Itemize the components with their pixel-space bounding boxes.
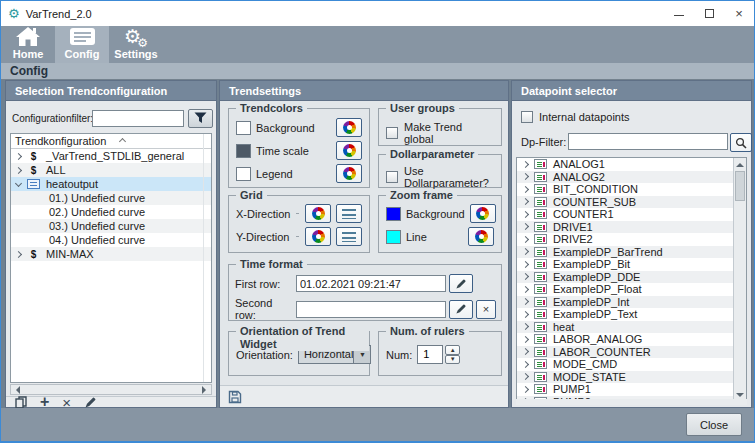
chevron-right-icon[interactable]	[522, 211, 529, 218]
chevron-right-icon[interactable]	[522, 311, 529, 318]
num-rulers-value[interactable]: 1	[417, 345, 443, 364]
chevron-right-icon[interactable]	[522, 361, 529, 368]
chevron-right-icon[interactable]	[522, 186, 529, 193]
datapoint-item-analog2[interactable]: ANALOG2	[517, 171, 733, 184]
chevron-right-icon[interactable]	[15, 166, 22, 173]
zoom-background-color-picker-button[interactable]	[470, 204, 496, 223]
close-button[interactable]: Close	[686, 413, 742, 436]
second-row-format-input[interactable]	[296, 301, 446, 318]
scroll-right-icon[interactable]	[202, 386, 210, 394]
datapoint-item-drive2[interactable]: DRIVE2	[517, 233, 733, 246]
chevron-right-icon[interactable]	[522, 336, 529, 343]
scroll-up-icon[interactable]	[734, 158, 746, 170]
chevron-right-icon[interactable]	[522, 198, 529, 205]
datapoint-label: DRIVE1	[553, 221, 593, 233]
chevron-right-icon[interactable]	[15, 250, 22, 257]
edit-button[interactable]	[84, 396, 97, 409]
internal-datapoints-checkbox[interactable]	[521, 111, 533, 123]
second-row-clear-button[interactable]: ×	[476, 300, 496, 319]
datapoint-item-counter1[interactable]: COUNTER1	[517, 208, 733, 221]
tree-item-vartrend-stdlib-general[interactable]: $_VarTrend_STDLIB_general	[11, 149, 211, 163]
chevron-right-icon[interactable]	[522, 173, 529, 180]
datapoint-label: DRIVE2	[553, 233, 593, 245]
save-button[interactable]	[228, 390, 242, 404]
spin-up-icon[interactable]: ▲	[445, 345, 460, 355]
datapoint-item-exampledp-text[interactable]: ExampleDP_Text	[517, 308, 733, 321]
timescale-color-picker-button[interactable]	[336, 141, 362, 160]
copy-button[interactable]	[15, 396, 27, 409]
tree-item-02-undefied-curve[interactable]: 02.) Undefied curve	[11, 205, 211, 219]
section-header: Config	[1, 63, 754, 80]
x-grid-color-picker-button[interactable]	[305, 204, 331, 223]
chevron-right-icon[interactable]	[522, 323, 529, 330]
legend-color-picker-button[interactable]	[336, 164, 362, 183]
y-grid-linestyle-button[interactable]	[336, 227, 362, 246]
tree-item-03-undefied-curve[interactable]: 03.) Undefied curve	[11, 219, 211, 233]
make-trend-global-checkbox[interactable]	[386, 127, 398, 139]
chevron-down-icon[interactable]	[15, 179, 22, 186]
datapoint-item-mode-cmd[interactable]: MODE_CMD	[517, 358, 733, 371]
maximize-button[interactable]	[694, 1, 724, 26]
second-row-edit-button[interactable]	[449, 300, 473, 319]
datapoint-item-labor-counter[interactable]: LABOR_COUNTER	[517, 346, 733, 359]
zoom-line-color-picker-button[interactable]	[468, 227, 494, 246]
scrollbar-thumb[interactable]	[735, 171, 745, 201]
datapoint-list-scrollbar[interactable]	[733, 158, 746, 401]
datapoint-type-icon	[534, 159, 547, 169]
datapoint-item-pump1[interactable]: PUMP1	[517, 383, 733, 396]
tree-column-header[interactable]: Trendkonfiguration	[11, 134, 211, 149]
datapoint-item-exampledp-bit[interactable]: ExampleDP_Bit	[517, 258, 733, 271]
chevron-right-icon[interactable]	[522, 161, 529, 168]
curve-label: 01.) Undefied curve	[49, 192, 145, 204]
datapoint-item-mode-state[interactable]: MODE_STATE	[517, 371, 733, 384]
configuration-filter-input[interactable]	[92, 110, 184, 127]
y-grid-color-picker-button[interactable]	[305, 227, 331, 246]
filter-button[interactable]	[188, 109, 213, 128]
chevron-right-icon[interactable]	[522, 273, 529, 280]
datapoint-item-exampledp-float[interactable]: ExampleDP_Float	[517, 283, 733, 296]
chevron-right-icon[interactable]	[522, 386, 529, 393]
datapoint-item-labor-analog[interactable]: LABOR_ANALOG	[517, 333, 733, 346]
use-dollarparameter-checkbox[interactable]	[386, 171, 398, 183]
chevron-right-icon[interactable]	[522, 261, 529, 268]
datapoint-item-exampledp-dde[interactable]: ExampleDP_DDE	[517, 271, 733, 284]
tree-item-all[interactable]: $ALL	[11, 163, 211, 177]
datapoint-item-drive1[interactable]: DRIVE1	[517, 221, 733, 234]
tree-item-min-max[interactable]: $MIN-MAX	[11, 247, 211, 261]
first-row-format-input[interactable]	[296, 275, 446, 292]
first-row-edit-button[interactable]	[449, 274, 473, 293]
pencil-icon	[455, 303, 467, 315]
datapoint-item-heat[interactable]: heat	[517, 321, 733, 334]
datapoint-type-icon	[534, 272, 547, 282]
x-grid-linestyle-button[interactable]	[336, 204, 362, 223]
chevron-right-icon[interactable]	[522, 298, 529, 305]
datapoint-item-bit-condition[interactable]: BIT_CONDITION	[517, 183, 733, 196]
scroll-left-icon[interactable]	[12, 386, 20, 394]
datapoint-item-exampledp-bartrend[interactable]: ExampleDP_BarTrend	[517, 246, 733, 259]
chevron-right-icon[interactable]	[522, 223, 529, 230]
tree-item-01-undefied-curve[interactable]: 01.) Undefied curve	[11, 191, 211, 205]
minimize-button[interactable]	[664, 1, 694, 26]
datapoint-list[interactable]: ANALOG1ANALOG2BIT_CONDITIONCOUNTER_SUBCO…	[516, 157, 747, 402]
dp-filter-search-button[interactable]	[730, 133, 752, 152]
datapoint-item-counter-sub[interactable]: COUNTER_SUB	[517, 196, 733, 209]
window-controls: ×	[664, 1, 754, 26]
nav-settings-button[interactable]: ⚙⚙ Settings	[109, 26, 163, 63]
background-color-picker-button[interactable]	[336, 118, 362, 137]
chevron-right-icon[interactable]	[522, 373, 529, 380]
nav-home-button[interactable]: Home	[1, 26, 55, 63]
trendconfig-tree[interactable]: Trendkonfiguration $_VarTrend_STDLIB_gen…	[10, 133, 212, 383]
tree-item-04-undefied-curve[interactable]: 04.) Undefied curve	[11, 233, 211, 247]
datapoint-item-analog1[interactable]: ANALOG1	[517, 158, 733, 171]
chevron-right-icon[interactable]	[522, 286, 529, 293]
chevron-right-icon[interactable]	[522, 348, 529, 355]
tree-item-heatoutput[interactable]: heatoutput	[11, 177, 211, 191]
chevron-right-icon[interactable]	[522, 248, 529, 255]
chevron-right-icon[interactable]	[522, 236, 529, 243]
spin-down-icon[interactable]: ▼	[445, 355, 460, 365]
datapoint-item-exampledp-int[interactable]: ExampleDP_Int	[517, 296, 733, 309]
close-window-button[interactable]: ×	[724, 1, 754, 26]
nav-config-button[interactable]: Config	[55, 26, 109, 63]
dp-filter-input[interactable]	[568, 133, 728, 150]
chevron-right-icon[interactable]	[15, 152, 22, 159]
